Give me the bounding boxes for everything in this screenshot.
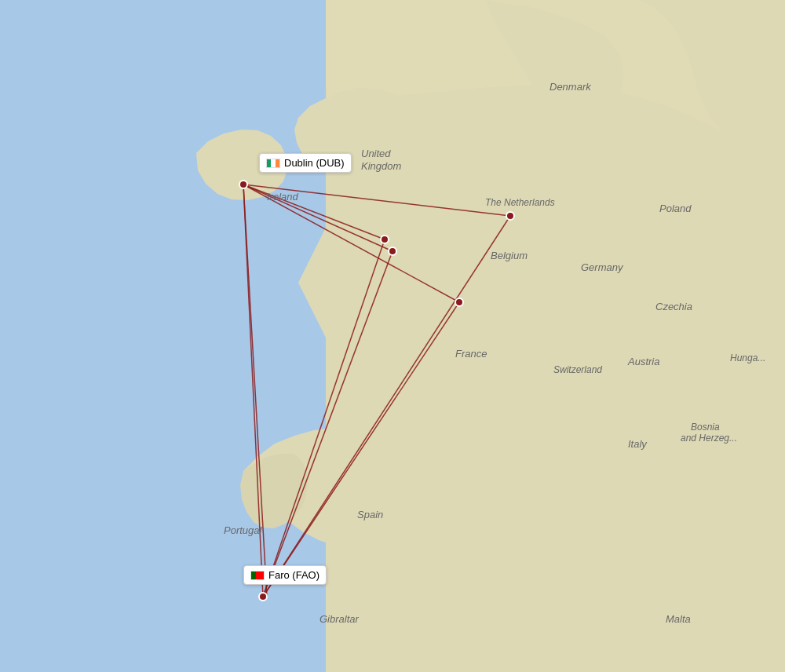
svg-text:Germany: Germany [581, 261, 624, 273]
svg-text:United: United [361, 148, 391, 159]
svg-text:Malta: Malta [666, 613, 691, 625]
svg-text:The Netherlands: The Netherlands [485, 197, 555, 208]
svg-text:Poland: Poland [659, 203, 692, 214]
svg-text:Czechia: Czechia [655, 301, 692, 312]
svg-text:Belgium: Belgium [491, 250, 528, 261]
svg-text:Denmark: Denmark [550, 81, 592, 93]
svg-point-12 [259, 593, 267, 601]
svg-text:Portugal: Portugal [224, 524, 263, 536]
svg-text:Kingdom: Kingdom [361, 160, 401, 172]
svg-text:Hunga...: Hunga... [730, 352, 765, 363]
svg-text:Spain: Spain [357, 509, 383, 520]
svg-text:Ireland: Ireland [267, 191, 299, 203]
svg-text:Italy: Italy [628, 438, 648, 450]
svg-point-16 [455, 298, 463, 306]
svg-text:and Herzeg...: and Herzeg... [681, 433, 737, 444]
svg-text:Bosnia: Bosnia [691, 422, 720, 433]
svg-text:Switzerland: Switzerland [553, 364, 602, 375]
svg-point-11 [239, 181, 247, 188]
svg-text:Gibraltar: Gibraltar [319, 613, 360, 625]
svg-point-15 [389, 247, 396, 255]
svg-text:France: France [455, 348, 487, 360]
svg-point-13 [506, 212, 514, 220]
svg-point-14 [381, 236, 389, 243]
svg-text:Austria: Austria [627, 356, 659, 367]
map-container: Ireland United Kingdom Denmark The Nethe… [0, 0, 785, 672]
